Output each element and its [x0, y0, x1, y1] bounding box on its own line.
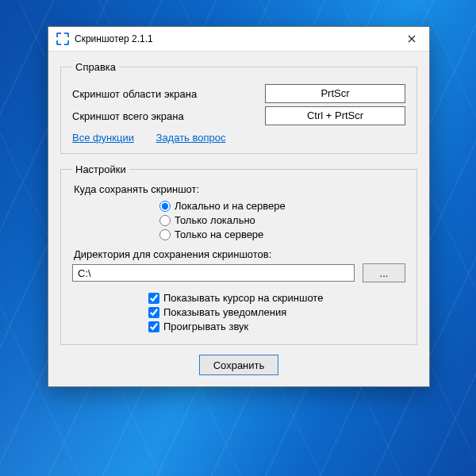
desktop-background: Скриншотер 2.1.1 Справка Скриншот област…	[0, 0, 476, 476]
window-title: Скриншотер 2.1.1	[75, 33, 393, 44]
check-show-cursor[interactable]: Показывать курсор на скриншоте	[148, 292, 405, 304]
help-group: Справка Скриншот области экрана PrtScr С…	[60, 61, 417, 154]
area-screenshot-key[interactable]: PrtScr	[265, 84, 405, 103]
save-where-radios: Локально и на сервере Только локально То…	[159, 200, 405, 240]
check-show-cursor-input[interactable]	[148, 293, 159, 304]
full-screenshot-key[interactable]: Ctrl + PrtScr	[265, 106, 405, 125]
check-show-notify-input[interactable]	[148, 307, 159, 318]
app-window: Скриншотер 2.1.1 Справка Скриншот област…	[48, 26, 430, 387]
radio-local-and-server-label: Локально и на сервере	[175, 200, 286, 212]
radio-server-only[interactable]: Только на сервере	[159, 228, 405, 240]
hotkey-row-full: Скриншот всего экрана Ctrl + PrtScr	[72, 106, 405, 125]
radio-local-and-server-input[interactable]	[159, 201, 171, 212]
check-play-sound[interactable]: Проигрывать звук	[148, 321, 405, 332]
close-button[interactable]	[393, 27, 429, 51]
save-button[interactable]: Сохранить	[199, 355, 278, 375]
check-show-cursor-label: Показывать курсор на скриншоте	[163, 292, 323, 304]
browse-button[interactable]: ...	[363, 263, 405, 282]
area-screenshot-label: Скриншот области экрана	[72, 88, 265, 100]
check-show-notify-label: Показывать уведомления	[163, 306, 286, 318]
save-row: Сохранить	[60, 355, 417, 375]
close-icon	[408, 35, 416, 43]
check-play-sound-input[interactable]	[148, 321, 159, 332]
help-legend: Справка	[72, 61, 119, 73]
full-screenshot-label: Скриншот всего экрана	[72, 110, 265, 122]
hotkey-row-area: Скриншот области экрана PrtScr	[72, 84, 405, 103]
ask-question-link[interactable]: Задать вопрос	[156, 132, 226, 144]
radio-local-only-input[interactable]	[159, 215, 171, 226]
radio-server-only-input[interactable]	[159, 229, 171, 240]
settings-legend: Настройки	[72, 163, 129, 175]
settings-group: Настройки Куда сохранять скриншот: Локал…	[60, 163, 417, 345]
titlebar: Скриншотер 2.1.1	[48, 27, 429, 52]
radio-local-only-label: Только локально	[175, 214, 255, 226]
app-icon	[56, 33, 69, 45]
all-functions-link[interactable]: Все функции	[72, 132, 134, 144]
save-where-label: Куда сохранять скриншот:	[74, 183, 405, 195]
check-play-sound-label: Проигрывать звук	[163, 321, 248, 332]
save-dir-input[interactable]	[72, 264, 355, 282]
radio-server-only-label: Только на сервере	[175, 228, 263, 240]
window-body: Справка Скриншот области экрана PrtScr С…	[48, 52, 429, 386]
save-dir-label: Директория для сохранения скриншотов:	[74, 248, 405, 260]
radio-local-and-server[interactable]: Локально и на сервере	[159, 200, 405, 212]
checkbox-group: Показывать курсор на скриншоте Показыват…	[148, 292, 405, 332]
help-links: Все функции Задать вопрос	[72, 132, 405, 144]
radio-local-only[interactable]: Только локально	[159, 214, 405, 226]
check-show-notify[interactable]: Показывать уведомления	[148, 306, 405, 318]
save-dir-row: ...	[72, 263, 405, 282]
